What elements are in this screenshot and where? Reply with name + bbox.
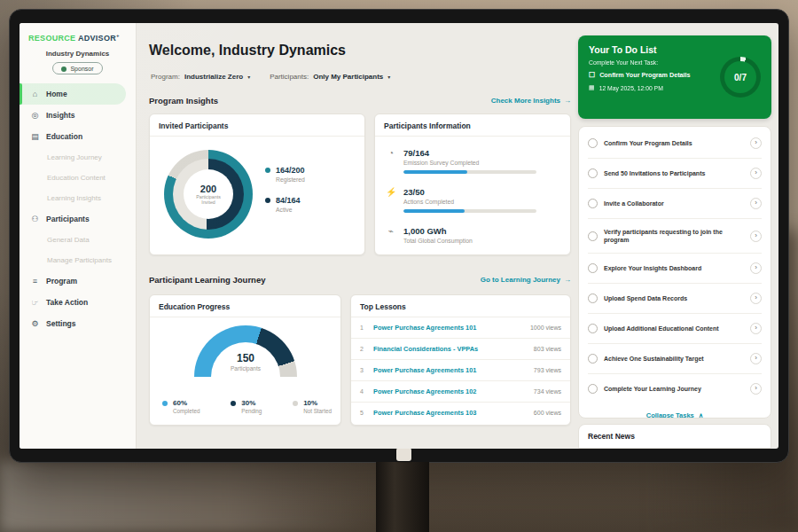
task-row[interactable]: Invite a Collaborator › — [588, 189, 762, 219]
lesson-rank: 4 — [360, 388, 366, 395]
lesson-link[interactable]: Power Purchase Agreements 103 — [373, 409, 527, 417]
participants-filter-value: Only My Participants — [313, 73, 383, 81]
survey-icon: ◔ — [386, 148, 396, 174]
program-insights-section-header: Program Insights Check More Insights → — [149, 96, 571, 106]
card-title: Top Lessons — [351, 295, 570, 317]
task-checkbox[interactable] — [588, 168, 598, 178]
progress-bar — [403, 170, 536, 174]
chevron-right-icon[interactable]: › — [750, 293, 762, 304]
sidebar-item-general-data[interactable]: General Data — [20, 230, 136, 250]
pending-dot-icon — [231, 401, 236, 406]
monitor-stand — [376, 462, 429, 532]
arrow-right-icon: → — [564, 276, 571, 284]
logo-resource: RESOURCE — [28, 34, 75, 43]
actions-completed-row: ⚡ 23/50 Actions Completed — [386, 187, 536, 213]
lesson-row[interactable]: 3 Power Purchase Agreements 101 793 view… — [351, 360, 570, 381]
task-checkbox[interactable] — [588, 199, 598, 208]
lesson-link[interactable]: Power Purchase Agreements 101 — [373, 324, 523, 332]
lesson-row[interactable]: 4 Power Purchase Agreements 102 734 view… — [351, 381, 570, 403]
metric-label: Total Global Consumption — [403, 238, 473, 244]
chevron-right-icon[interactable]: › — [750, 383, 762, 395]
sidebar-item-home[interactable]: ⌂ Home — [20, 83, 126, 105]
learning-journey-section-header: Participant Learning Journey Go to Learn… — [149, 275, 571, 285]
sidebar-item-label: Education — [46, 132, 82, 141]
sidebar-item-learning-journey[interactable]: Learning Journey — [20, 147, 136, 168]
sidebar-item-education[interactable]: ▤ Education — [20, 126, 136, 147]
chevron-right-icon[interactable]: › — [750, 353, 762, 364]
task-row[interactable]: Upload Spend Data Records › — [588, 284, 762, 314]
logo-advisor: ADVISOR+ — [78, 34, 120, 43]
chevron-right-icon[interactable]: › — [750, 137, 762, 149]
todo-title: Your To Do List — [589, 44, 761, 55]
legend-label: Registered — [276, 176, 305, 183]
task-checkbox[interactable] — [588, 293, 598, 303]
lesson-link[interactable]: Power Purchase Agreements 101 — [373, 366, 527, 374]
collapse-label: Collapse Tasks — [646, 411, 694, 419]
donut-center-value: 200 — [200, 184, 216, 194]
check-more-insights-link[interactable]: Check More Insights → — [491, 97, 571, 105]
task-checkbox[interactable] — [588, 231, 598, 241]
gauge-value: 150 — [194, 352, 297, 364]
checkbox-icon[interactable]: ☐ — [589, 71, 595, 79]
not-started-dot-icon — [293, 401, 298, 406]
sponsor-badge[interactable]: Sponsor — [52, 62, 102, 74]
task-label: Invite a Collaborator — [604, 200, 744, 207]
sidebar-item-manage-participants[interactable]: Manage Participants — [20, 250, 136, 270]
collapse-tasks-link[interactable]: Collapse Tasks ∧ — [588, 403, 762, 419]
task-checkbox[interactable] — [588, 384, 598, 394]
go-to-learning-journey-link[interactable]: Go to Learning Journey → — [481, 276, 571, 284]
chevron-right-icon[interactable]: › — [750, 198, 762, 209]
active-dot-icon — [265, 198, 270, 203]
lesson-row[interactable]: 5 Power Purchase Agreements 103 600 view… — [351, 403, 570, 423]
task-row[interactable]: Achieve One Sustainability Target › — [588, 344, 762, 374]
lesson-row[interactable]: 2 Financial Considerations - VPPAs 803 v… — [351, 339, 570, 360]
task-checkbox[interactable] — [588, 324, 598, 333]
chevron-right-icon[interactable]: › — [750, 231, 762, 242]
organization-name: Industry Dynamics — [20, 50, 136, 58]
chevron-down-icon: ▾ — [247, 74, 250, 80]
legend-item: 164/200 Registered — [265, 166, 305, 183]
monitor-power-button — [396, 448, 411, 461]
task-checkbox[interactable] — [588, 138, 598, 148]
task-label: Upload Spend Data Records — [604, 294, 744, 302]
sidebar-item-label: Education Content — [47, 174, 106, 182]
sidebar-item-education-content[interactable]: Education Content — [20, 168, 136, 188]
education-legend: 60% Completed 30% Pending 10% Not Starte… — [162, 399, 332, 414]
legend-value: 60% — [173, 399, 200, 407]
task-row[interactable]: Upload Additional Educational Content › — [588, 314, 762, 344]
chevron-right-icon[interactable]: › — [750, 262, 762, 274]
participants-filter[interactable]: Participants: Only My Participants ▾ — [270, 73, 390, 81]
todo-progress-value: 0/7 — [720, 57, 761, 98]
program-filter[interactable]: Program: Industrialize Zero ▾ — [151, 73, 250, 81]
consumption-row: ⌁ 1,000 GWh Total Global Consumption — [386, 226, 473, 248]
sidebar-item-learning-insights[interactable]: Learning Insights — [20, 188, 136, 208]
lesson-row[interactable]: 1 Power Purchase Agreements 101 1000 vie… — [351, 317, 570, 339]
task-row[interactable]: Complete Your Learning Journey › — [588, 374, 762, 403]
sidebar-item-insights[interactable]: ◎ Insights — [20, 105, 136, 126]
sidebar-item-settings[interactable]: ⚙ Settings — [20, 313, 136, 334]
sidebar-item-take-action[interactable]: ☞ Take Action — [20, 292, 136, 313]
task-row[interactable]: Explore Your Insights Dashboard › — [588, 254, 762, 284]
legend-value: 84/164 — [276, 196, 301, 205]
lesson-link[interactable]: Financial Considerations - VPPAs — [373, 345, 527, 353]
recent-news-title: Recent News — [588, 432, 762, 441]
actions-icon: ⚡ — [386, 187, 396, 213]
sidebar-item-label: General Data — [47, 236, 90, 244]
task-row[interactable]: Send 50 Invitations to Participants › — [588, 159, 762, 189]
sidebar-item-label: Take Action — [46, 298, 88, 307]
task-checkbox[interactable] — [588, 263, 598, 273]
sidebar-item-participants[interactable]: ⚇ Participants — [20, 208, 136, 230]
chevron-right-icon[interactable]: › — [750, 323, 762, 334]
task-row[interactable]: Verify participants requesting to join t… — [588, 219, 762, 254]
chevron-right-icon[interactable]: › — [750, 168, 762, 179]
lesson-link[interactable]: Power Purchase Agreements 102 — [373, 387, 527, 395]
metric-value: 79/164 — [403, 148, 536, 158]
consumption-icon: ⌁ — [386, 226, 396, 248]
filters: Program: Industrialize Zero ▾ Participan… — [151, 73, 390, 81]
sidebar-item-program[interactable]: ≡ Program — [20, 270, 136, 292]
home-icon: ⌂ — [30, 90, 40, 98]
task-row[interactable]: Confirm Your Program Details › — [588, 129, 762, 159]
task-checkbox[interactable] — [588, 354, 598, 364]
legend-value: 30% — [241, 399, 262, 407]
legend-label: Active — [276, 207, 301, 213]
